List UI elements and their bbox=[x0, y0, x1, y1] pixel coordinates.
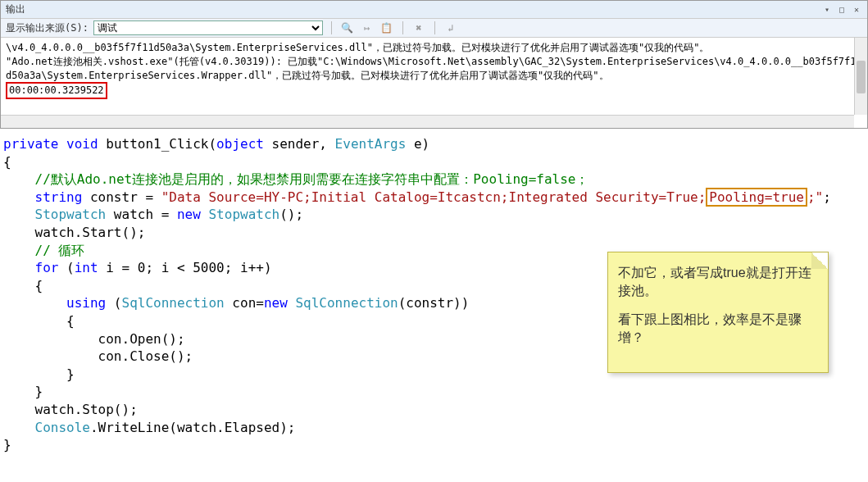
output-line: "Ado.net连接池相关.vshost.exe"(托管(v4.0.30319)… bbox=[6, 55, 862, 83]
toolbar-separator bbox=[402, 21, 403, 34]
pin-icon[interactable]: ▾ bbox=[821, 5, 833, 15]
scrollbar-vertical[interactable] bbox=[854, 38, 867, 115]
output-toolbar: 显示输出来源(S): 调试 🔍 ↦ 📋 ✖ ↲ bbox=[1, 19, 867, 38]
wrap-icon[interactable]: ↲ bbox=[443, 20, 458, 35]
note-text-1: 不加它，或者写成true就是打开连接池。 bbox=[618, 264, 818, 301]
code-line: { bbox=[3, 153, 865, 171]
note-text-2: 看下跟上图相比，效率是不是骤增？ bbox=[618, 311, 818, 348]
output-source-select[interactable]: 调试 bbox=[93, 20, 323, 35]
code-line: } bbox=[3, 436, 865, 454]
output-panel: 输出 ▾ □ ✕ 显示输出来源(S): 调试 🔍 ↦ 📋 ✖ ↲ \v4.0_4… bbox=[0, 0, 868, 129]
dock-icon[interactable]: □ bbox=[836, 5, 848, 15]
code-line: string constr = "Data Source=HY-PC;Initi… bbox=[3, 189, 865, 207]
code-editor[interactable]: private void button1_Click(object sender… bbox=[0, 129, 868, 461]
output-body[interactable]: \v4.0_4.0.0.0__b03f5f7f11d50a3a\System.E… bbox=[1, 38, 867, 128]
step-icon[interactable]: ↦ bbox=[360, 20, 375, 35]
code-line: Console.WriteLine(watch.Elapsed); bbox=[3, 419, 865, 437]
output-source-label: 显示输出来源(S): bbox=[6, 21, 89, 35]
code-line: //默认Ado.net连接池是启用的，如果想禁用则需要在连接字符串中配置：Poo… bbox=[3, 171, 865, 189]
close-icon[interactable]: ✕ bbox=[851, 5, 862, 15]
sticky-note: 不加它，或者写成true就是打开连接池。 看下跟上图相比，效率是不是骤增？ bbox=[607, 252, 829, 373]
scroll-thumb[interactable] bbox=[857, 61, 866, 93]
scrollbar-horizontal[interactable] bbox=[1, 115, 854, 128]
code-line: Stopwatch watch = new Stopwatch(); bbox=[3, 206, 865, 224]
clear-icon[interactable]: ✖ bbox=[411, 20, 426, 35]
toolbar-separator bbox=[434, 21, 435, 34]
code-line: } bbox=[3, 383, 865, 401]
note-fold-icon bbox=[811, 252, 828, 269]
output-elapsed: 00:00:00.3239522 bbox=[6, 82, 862, 99]
code-line: watch.Stop(); bbox=[3, 401, 865, 419]
pooling-highlight: Pooling=true bbox=[706, 188, 807, 207]
output-title-bar: 输出 ▾ □ ✕ bbox=[1, 1, 867, 19]
output-title-text: 输出 bbox=[6, 2, 25, 16]
toolbar-separator bbox=[331, 21, 332, 34]
copy-icon[interactable]: 📋 bbox=[379, 20, 394, 35]
code-line: private void button1_Click(object sender… bbox=[3, 135, 865, 153]
output-line: \v4.0_4.0.0.0__b03f5f7f11d50a3a\System.E… bbox=[6, 41, 862, 55]
find-icon[interactable]: 🔍 bbox=[340, 20, 355, 35]
elapsed-highlight: 00:00:00.3239522 bbox=[6, 82, 107, 99]
code-line: watch.Start(); bbox=[3, 224, 865, 242]
